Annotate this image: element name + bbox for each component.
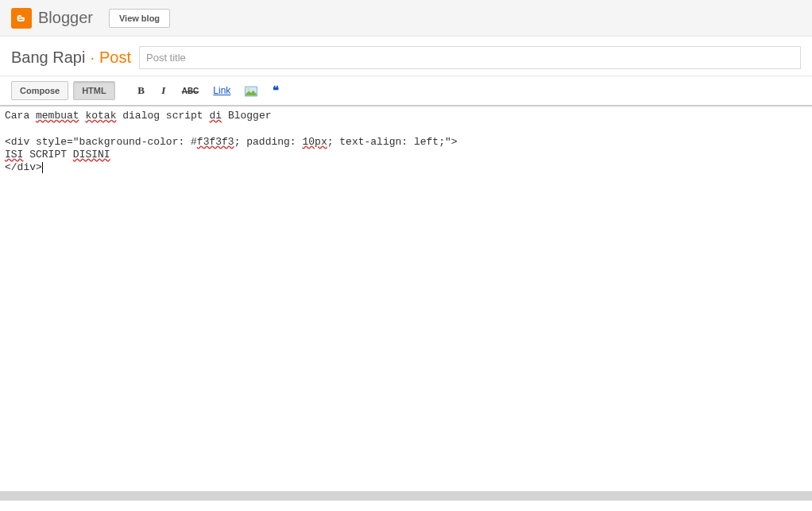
- footer-bar: [0, 491, 812, 501]
- editor-text: kotak: [85, 110, 116, 122]
- editor-text: Blogger: [222, 110, 271, 122]
- app-header: Blogger View blog: [0, 0, 812, 37]
- post-label: Post: [99, 48, 131, 67]
- editor-text: 10px: [302, 136, 327, 148]
- blogger-logo-icon: [11, 8, 32, 29]
- html-mode-button[interactable]: HTML: [73, 81, 115, 100]
- editor-text: ; padding:: [234, 136, 303, 148]
- link-button[interactable]: Link: [208, 83, 235, 99]
- separator: ·: [90, 48, 95, 67]
- bold-button[interactable]: B: [133, 82, 150, 99]
- text-cursor: [42, 162, 43, 173]
- image-button[interactable]: [240, 82, 262, 99]
- brand-text: Blogger: [38, 9, 93, 27]
- editor-text: membuat: [36, 110, 79, 122]
- italic-button[interactable]: I: [155, 82, 172, 99]
- quote-button[interactable]: ❝: [267, 81, 284, 100]
- editor-text: f3f3f3: [197, 136, 234, 148]
- editor-text: </div>: [5, 161, 42, 173]
- view-blog-button[interactable]: View blog: [109, 9, 170, 28]
- editor-text: Cara: [5, 110, 36, 122]
- html-editor[interactable]: Cara membuat kotak dialog script di Blog…: [0, 106, 812, 483]
- blog-name: Bang Rapi: [11, 48, 85, 67]
- editor-text: ISI: [5, 149, 23, 161]
- title-row: Bang Rapi · Post: [0, 37, 812, 76]
- image-icon: [245, 86, 257, 97]
- editor-text: DISINI: [73, 149, 110, 161]
- editor-text: ; text-align: left;">: [327, 136, 458, 148]
- editor-text: <div style="background-color: #: [5, 136, 197, 148]
- editor-text: di: [209, 110, 222, 122]
- svg-point-1: [248, 88, 250, 91]
- compose-mode-button[interactable]: Compose: [11, 81, 68, 100]
- editor-text: dialog script: [116, 110, 209, 122]
- strikethrough-button[interactable]: ABC: [177, 84, 204, 98]
- editor-text: SCRIPT: [23, 149, 72, 161]
- post-title-input[interactable]: [139, 46, 801, 69]
- editor-toolbar: Compose HTML B I ABC Link ❝: [0, 76, 812, 106]
